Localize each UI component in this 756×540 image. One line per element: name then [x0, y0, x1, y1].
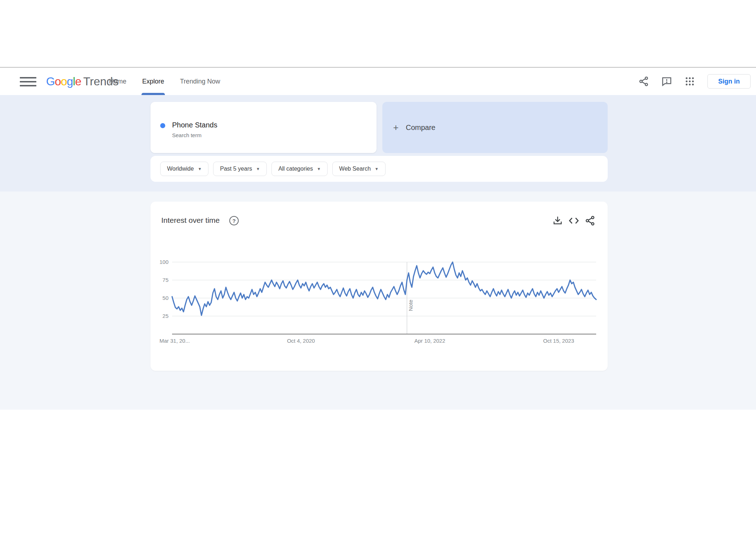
- feedback-icon[interactable]: [661, 76, 672, 87]
- add-comparison-card[interactable]: + Compare: [382, 102, 608, 153]
- x-axis-label: Oct 15, 2023: [543, 338, 574, 344]
- trend-line: [172, 262, 596, 315]
- filter-bar: Worldwide▼ Past 5 years▼ All categories▼…: [150, 156, 608, 182]
- menu-icon[interactable]: [20, 77, 36, 86]
- x-axis-label: Oct 4, 2020: [287, 338, 315, 344]
- share-icon[interactable]: [638, 76, 649, 87]
- search-term-label: Phone Stands: [172, 121, 217, 129]
- x-axis-label: Mar 31, 20...: [159, 338, 190, 344]
- y-axis-label: 50: [162, 295, 168, 301]
- category-filter-dropdown[interactable]: All categories▼: [271, 162, 328, 176]
- google-logo-text: Google: [46, 75, 81, 88]
- search-type-filter-dropdown[interactable]: Web Search▼: [332, 162, 386, 176]
- search-term-type: Search term: [172, 132, 202, 138]
- sign-in-button[interactable]: Sign in: [707, 74, 751, 89]
- google-trends-logo[interactable]: GoogleTrends: [46, 75, 119, 88]
- chevron-down-icon: ▼: [375, 167, 379, 171]
- plus-icon: +: [393, 122, 399, 133]
- chevron-down-icon: ▼: [198, 167, 202, 171]
- main-nav: Home Explore Trending Now: [109, 68, 220, 95]
- top-app-bar: GoogleTrends Home Explore Trending Now S…: [0, 67, 756, 95]
- nav-trending-now[interactable]: Trending Now: [180, 68, 220, 95]
- chevron-down-icon: ▼: [317, 167, 321, 171]
- chevron-down-icon: ▼: [256, 167, 260, 171]
- query-section: Phone Stands Search term + Compare World…: [0, 95, 756, 192]
- interest-chart[interactable]: 100755025NoteMar 31, 20...Oct 4, 2020Apr…: [150, 202, 608, 371]
- results-section: Interest over time ? 100755025NoteMar 31…: [0, 192, 756, 410]
- nav-home[interactable]: Home: [109, 68, 126, 95]
- nav-explore[interactable]: Explore: [142, 68, 164, 95]
- y-axis-label: 75: [162, 277, 168, 283]
- compare-label: Compare: [406, 123, 435, 132]
- apps-grid-icon[interactable]: [684, 76, 695, 87]
- search-term-card[interactable]: Phone Stands Search term: [150, 102, 377, 153]
- interest-over-time-card: Interest over time ? 100755025NoteMar 31…: [150, 202, 608, 371]
- y-axis-label: 25: [162, 313, 168, 319]
- x-axis-label: Apr 10, 2022: [414, 338, 445, 344]
- note-marker-label: Note: [408, 300, 414, 311]
- geo-filter-dropdown[interactable]: Worldwide▼: [160, 162, 208, 176]
- series-color-dot: [160, 123, 165, 128]
- time-filter-dropdown[interactable]: Past 5 years▼: [213, 162, 267, 176]
- y-axis-label: 100: [159, 259, 168, 265]
